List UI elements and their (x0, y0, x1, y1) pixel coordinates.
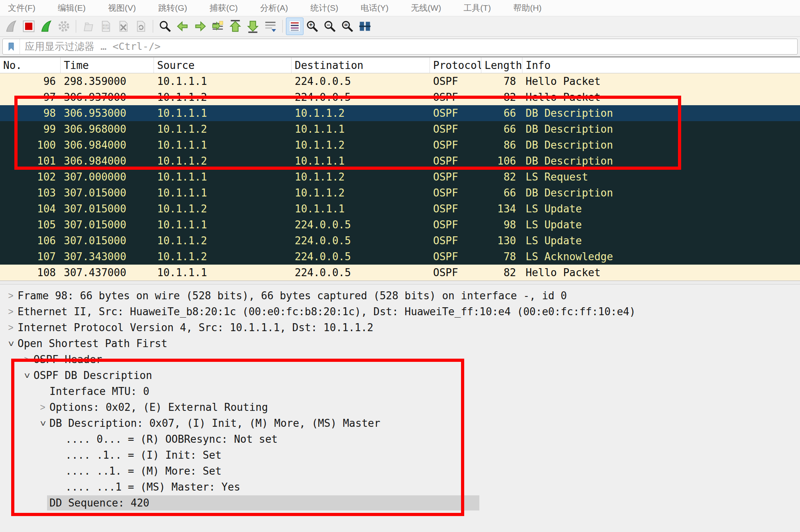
menu-item-9[interactable]: 工具(T) (452, 2, 502, 14)
cell-src: 10.1.1.1 (154, 171, 292, 183)
cell-time: 307.015000 (61, 235, 154, 247)
detail-line-8[interactable]: >DB Description: 0x07, (I) Init, (M) Mor… (0, 415, 800, 431)
detail-line-3[interactable]: >Open Shortest Path First (0, 336, 800, 351)
detail-line-2[interactable]: >Internet Protocol Version 4, Src: 10.1.… (0, 320, 800, 336)
chevron-collapsed-icon[interactable]: > (20, 355, 33, 364)
menu-item-3[interactable]: 跳转(G) (147, 2, 198, 14)
display-filter-input[interactable] (20, 39, 797, 55)
menu-item-1[interactable]: 编辑(E) (47, 2, 97, 14)
capture-options-icon[interactable] (55, 18, 73, 35)
packet-row-96[interactable]: 96298.35900010.1.1.1224.0.0.5OSPF78Hello… (0, 73, 800, 89)
packet-row-100[interactable]: 100306.98400010.1.1.110.1.1.2OSPF86DB De… (0, 137, 800, 153)
chevron-collapsed-icon[interactable]: > (36, 403, 49, 412)
zoom-reset-icon[interactable]: = (339, 18, 356, 35)
detail-line-7[interactable]: >Options: 0x02, (E) External Routing (0, 399, 800, 415)
chevron-expanded-icon[interactable]: > (6, 337, 16, 350)
cell-dst: 10.1.1.2 (292, 107, 430, 119)
column-header-source[interactable]: Source (154, 57, 292, 73)
detail-line-11[interactable]: .... ..1. = (M) More: Set (0, 463, 800, 479)
detail-line-text: Interface MTU: 0 (49, 385, 149, 397)
go-forward-icon[interactable] (191, 18, 209, 35)
cell-time: 306.984000 (61, 155, 154, 167)
column-header-no[interactable]: No. (0, 57, 61, 73)
close-file-icon[interactable] (114, 18, 132, 35)
detail-line-10[interactable]: .... .1.. = (I) Init: Set (0, 447, 800, 463)
cell-proto: OSPF (430, 219, 481, 231)
detail-line-13[interactable]: DD Sequence: 420 (0, 495, 800, 511)
packet-row-107[interactable]: 107307.34300010.1.1.2224.0.0.5OSPF78LS A… (0, 249, 800, 265)
cell-len: 82 (481, 91, 522, 103)
go-back-icon[interactable] (174, 18, 191, 35)
detail-line-5[interactable]: >OSPF DB Description (0, 367, 800, 383)
reload-file-icon[interactable] (132, 18, 150, 35)
packet-row-97[interactable]: 97306.93700010.1.1.2224.0.0.5OSPF82Hello… (0, 89, 800, 105)
go-last-packet-icon[interactable] (244, 18, 262, 35)
column-header-time[interactable]: Time (61, 57, 154, 73)
filter-bookmark-icon[interactable] (3, 39, 20, 54)
column-header-length[interactable]: Length (481, 57, 522, 73)
cell-no: 105 (0, 219, 61, 231)
auto-scroll-icon[interactable] (262, 18, 279, 35)
packet-row-104[interactable]: 104307.01500010.1.1.210.1.1.1OSPF134LS U… (0, 201, 800, 217)
menu-item-4[interactable]: 捕获(C) (198, 2, 249, 14)
detail-line-4[interactable]: >OSPF Header (0, 351, 800, 367)
menu-item-5[interactable]: 分析(A) (249, 2, 299, 14)
packet-row-105[interactable]: 105307.01500010.1.1.1224.0.0.5OSPF98LS U… (0, 217, 800, 233)
detail-line-text: Ethernet II, Src: HuaweiTe_b8:20:1c (00:… (18, 306, 636, 318)
column-header-protocol[interactable]: Protocol (430, 57, 481, 73)
chevron-collapsed-icon[interactable]: > (4, 323, 18, 332)
menu-item-7[interactable]: 电话(Y) (349, 2, 400, 14)
cell-dst: 224.0.0.5 (292, 235, 430, 247)
packet-row-106[interactable]: 106307.01500010.1.1.2224.0.0.5OSPF130LS … (0, 233, 800, 249)
cell-proto: OSPF (430, 267, 481, 279)
column-header-destination[interactable]: Destination (292, 57, 430, 73)
menu-item-8[interactable]: 无线(W) (400, 2, 452, 14)
detail-line-6[interactable]: Interface MTU: 0 (0, 383, 800, 399)
cell-time: 298.359000 (61, 75, 154, 87)
cell-info: DB Description (522, 155, 800, 167)
open-file-icon[interactable] (79, 18, 97, 35)
restart-capture-icon[interactable] (37, 18, 55, 35)
toolbar-separator (76, 20, 76, 33)
detail-line-0[interactable]: >Frame 98: 66 bytes on wire (528 bits), … (0, 288, 800, 304)
cell-src: 10.1.1.2 (154, 123, 292, 135)
menu-item-0[interactable]: 文件(F) (6, 2, 47, 14)
cell-proto: OSPF (430, 91, 481, 103)
go-to-packet-icon[interactable] (209, 18, 227, 35)
packet-row-101[interactable]: 101306.98400010.1.1.210.1.1.1OSPF106DB D… (0, 153, 800, 169)
cell-no: 99 (0, 123, 61, 135)
chevron-collapsed-icon[interactable]: > (4, 291, 18, 300)
cell-dst: 10.1.1.2 (292, 139, 430, 151)
menu-item-10[interactable]: 帮助(H) (502, 2, 553, 14)
cell-time: 307.343000 (61, 251, 154, 263)
zoom-out-icon[interactable]: − (321, 18, 339, 35)
packet-row-98[interactable]: 98306.95300010.1.1.110.1.1.2OSPF66DB Des… (0, 105, 800, 121)
detail-line-text: DD Sequence: 420 (49, 497, 149, 509)
packet-row-99[interactable]: 99306.96800010.1.1.210.1.1.1OSPF66DB Des… (0, 121, 800, 137)
chevron-collapsed-icon[interactable]: > (4, 307, 18, 316)
cell-no: 102 (0, 171, 61, 183)
column-header-info[interactable]: Info (522, 57, 800, 73)
zoom-in-icon[interactable]: + (303, 18, 321, 35)
go-first-packet-icon[interactable] (227, 18, 244, 35)
start-capture-icon[interactable] (2, 18, 20, 35)
menu-item-2[interactable]: 视图(V) (97, 2, 147, 14)
detail-line-12[interactable]: .... ...1 = (MS) Master: Yes (0, 479, 800, 495)
find-packet-icon[interactable] (156, 18, 174, 35)
cell-src: 10.1.1.2 (154, 91, 292, 103)
chevron-expanded-icon[interactable]: > (38, 416, 47, 430)
cell-proto: OSPF (430, 75, 481, 87)
pane-splitter[interactable] (0, 281, 800, 285)
menu-item-6[interactable]: 统计(S) (299, 2, 349, 14)
detail-line-9[interactable]: .... 0... = (R) OOBResync: Not set (0, 431, 800, 447)
packet-row-108[interactable]: 108307.43700010.1.1.1224.0.0.5OSPF82Hell… (0, 265, 800, 281)
stop-capture-icon[interactable] (20, 18, 37, 35)
packet-row-103[interactable]: 103307.01500010.1.1.110.1.1.2OSPF66DB De… (0, 185, 800, 201)
cell-info: DB Description (522, 187, 800, 199)
resize-columns-icon[interactable] (356, 18, 374, 35)
packet-row-102[interactable]: 102307.00000010.1.1.110.1.1.2OSPF82LS Re… (0, 169, 800, 185)
save-file-icon[interactable]: 01010110 (97, 18, 114, 35)
colorize-icon[interactable] (286, 18, 303, 35)
chevron-expanded-icon[interactable]: > (22, 369, 32, 382)
detail-line-1[interactable]: >Ethernet II, Src: HuaweiTe_b8:20:1c (00… (0, 304, 800, 320)
